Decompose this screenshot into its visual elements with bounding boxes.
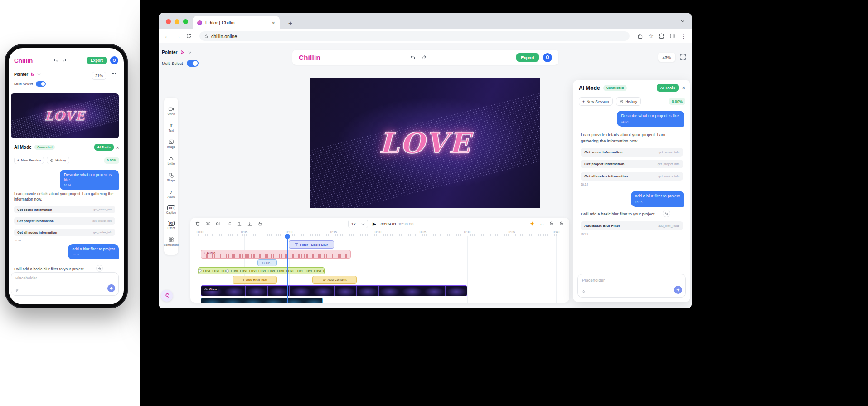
fullscreen-icon[interactable]: [679, 54, 686, 60]
chat-input[interactable]: [582, 278, 663, 283]
forward-icon[interactable]: →: [175, 33, 181, 39]
zoom-level-badge[interactable]: 43%: [658, 53, 675, 62]
clip-group[interactable]: ✂ Gr...: [257, 259, 277, 266]
revert-action-button[interactable]: [96, 265, 103, 272]
tool-caption[interactable]: CC Caption: [166, 205, 176, 214]
undo-icon[interactable]: [53, 58, 58, 63]
ai-tools-button[interactable]: AI Tools: [94, 144, 114, 151]
history-button[interactable]: History: [47, 157, 69, 164]
fit-width-icon[interactable]: ↔: [539, 221, 545, 226]
tab-search-chevron-icon[interactable]: [680, 18, 685, 24]
chat-input-box[interactable]: [11, 272, 119, 296]
close-icon[interactable]: ×: [682, 84, 685, 91]
raise-layer-icon[interactable]: [237, 221, 242, 226]
undo-icon[interactable]: [410, 54, 416, 60]
reload-icon[interactable]: [186, 33, 192, 39]
close-window-button[interactable]: [166, 19, 171, 24]
history-button[interactable]: History: [616, 97, 641, 106]
new-session-button[interactable]: + New Session: [579, 97, 613, 106]
chevron-down-icon[interactable]: [37, 73, 41, 76]
playhead-handle[interactable]: [285, 234, 290, 239]
chevron-down-icon[interactable]: [188, 50, 192, 54]
lock-clip-icon[interactable]: [257, 221, 263, 226]
fullscreen-icon[interactable]: [112, 73, 117, 78]
clip-video-track[interactable]: Video: [201, 285, 467, 296]
extensions-puzzle-icon[interactable]: [659, 33, 664, 39]
tool-component[interactable]: Component: [164, 237, 179, 246]
bookmark-star-icon[interactable]: ☆: [648, 33, 654, 39]
ai-tools-button[interactable]: AI Tools: [657, 84, 679, 92]
history-clock-icon: [50, 159, 53, 162]
tool-call-row[interactable]: Get all nodes information get_nodes_info: [14, 229, 115, 236]
tool-image[interactable]: Image: [167, 139, 175, 148]
chillin-logomark-button[interactable]: [161, 290, 173, 302]
close-icon[interactable]: ×: [116, 145, 119, 150]
pointer-tool-control[interactable]: Pointer: [14, 72, 41, 77]
tool-call-row[interactable]: Add Basic Blur Filter add_filter_node: [581, 221, 683, 230]
playhead-line[interactable]: [287, 238, 288, 303]
quick-action-bolt-icon[interactable]: [15, 288, 19, 292]
tool-effect[interactable]: FX Effect: [168, 221, 175, 230]
clip-filter-basic-blur[interactable]: Filter - Basic Blur: [289, 240, 334, 249]
split-clip-icon[interactable]: [205, 221, 211, 226]
tool-audio[interactable]: ♪ Audio: [167, 189, 175, 198]
zoom-out-icon[interactable]: [549, 221, 555, 226]
lower-layer-icon[interactable]: [247, 221, 252, 226]
caption-cc-icon: CC: [167, 205, 175, 210]
export-button[interactable]: Export: [87, 57, 107, 64]
export-button[interactable]: Export: [516, 53, 539, 62]
zoom-level-badge[interactable]: 21%: [92, 72, 106, 80]
video-preview-canvas[interactable]: LOVE: [11, 93, 119, 138]
zoom-in-icon[interactable]: [559, 221, 565, 226]
playback-speed-select[interactable]: 1x: [348, 220, 368, 228]
tool-shape[interactable]: Shape: [167, 172, 175, 182]
tab-title: Editor | Chillin: [205, 20, 268, 25]
pointer-tool-control[interactable]: Pointer: [162, 50, 192, 55]
tool-text[interactable]: T Text: [169, 123, 174, 132]
quick-action-bolt-icon[interactable]: [582, 289, 586, 294]
tool-lottie[interactable]: Lottie: [168, 156, 175, 165]
play-button[interactable]: ▶: [373, 221, 376, 226]
sidebar-panel-icon[interactable]: [669, 33, 675, 39]
redo-icon[interactable]: [62, 58, 67, 63]
chat-input-box[interactable]: [577, 274, 686, 298]
send-button[interactable]: [107, 284, 115, 292]
user-avatar[interactable]: O: [543, 53, 552, 62]
clip-love-text[interactable]: LOVE LOVE LOVE LOVE LOVE LOVE LOVE LOVE …: [198, 267, 325, 274]
timeline-ruler[interactable]: 0:00 0:05 0:10 0:15 0:20 0:25 0:30 0:35 …: [190, 230, 569, 236]
tool-call-row[interactable]: Get scene information get_scene_info: [14, 206, 115, 213]
multi-select-toggle[interactable]: [36, 81, 46, 87]
tool-call-row[interactable]: Get project information get_project_info: [581, 160, 683, 168]
magic-sparkle-icon[interactable]: [529, 221, 535, 226]
tool-call-row[interactable]: Get project information get_project_info: [14, 217, 115, 225]
redo-icon[interactable]: [421, 54, 427, 60]
chat-input[interactable]: [15, 276, 96, 280]
clip-add-rich-text[interactable]: T Add Rich Text: [233, 276, 277, 284]
clip-bottom-partial[interactable]: [201, 298, 323, 303]
browser-tab[interactable]: Editor | Chillin ×: [193, 16, 280, 29]
revert-action-button[interactable]: [663, 210, 670, 217]
share-icon[interactable]: [637, 33, 643, 39]
back-icon[interactable]: ←: [164, 33, 170, 39]
new-session-button[interactable]: + New Session: [14, 157, 44, 164]
video-preview-canvas[interactable]: LOVE: [310, 78, 540, 208]
tab-close-icon[interactable]: ×: [272, 20, 275, 26]
delete-icon[interactable]: [195, 221, 200, 226]
tool-call-row[interactable]: Get scene information get_scene_info: [581, 148, 683, 157]
user-avatar[interactable]: O: [110, 56, 118, 64]
clip-add-content[interactable]: Add Content: [312, 276, 357, 284]
multi-select-toggle[interactable]: [187, 60, 199, 67]
address-bar[interactable]: chillin.online: [199, 31, 630, 41]
trim-left-icon[interactable]: [216, 221, 221, 226]
plus-icon: +: [582, 99, 585, 104]
clip-audio[interactable]: ♪ Audio: [201, 250, 351, 259]
tool-call-row[interactable]: Get all nodes information get_nodes_info: [581, 172, 683, 181]
canvas-love-text: LOVE: [310, 78, 540, 208]
maximize-window-button[interactable]: [183, 19, 188, 24]
menu-kebab-icon[interactable]: ⋮: [680, 33, 686, 39]
send-button[interactable]: [674, 286, 682, 294]
new-tab-button[interactable]: +: [288, 20, 292, 26]
minimize-window-button[interactable]: [175, 19, 179, 24]
tool-video[interactable]: Video: [168, 106, 175, 116]
trim-right-icon[interactable]: [226, 221, 232, 226]
